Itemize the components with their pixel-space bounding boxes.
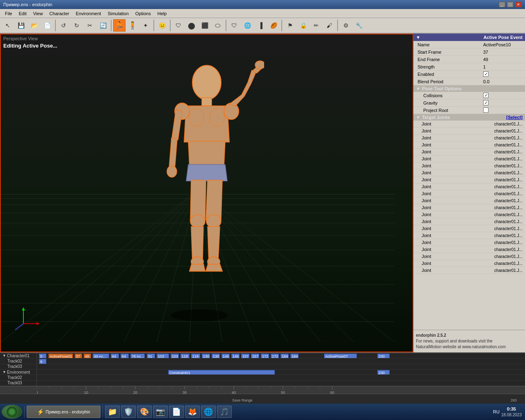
track-content-track02[interactable]: 9 — [37, 358, 525, 363]
tool-save[interactable]: 💾 — [15, 19, 27, 32]
joint-row-20[interactable]: Joint character01.J... — [413, 260, 525, 267]
block-constraint01[interactable]: Constraint01 — [168, 370, 275, 374]
tool-pose[interactable]: 🏃 — [113, 19, 126, 32]
block-9[interactable]: 9 — [39, 354, 46, 358]
tool-flag[interactable]: ⚑ — [284, 19, 296, 32]
block-103b[interactable]: 103 — [171, 354, 179, 358]
joint-row-15[interactable]: Joint character01.J... — [413, 225, 525, 232]
joint-row-11[interactable]: Joint character01.J... — [413, 197, 525, 204]
taskbar-app-firefox[interactable]: 🦊 — [185, 406, 200, 418]
tool-undo[interactable]: ↺ — [57, 19, 70, 32]
section-pose-tool[interactable]: ▼ Pose Tool Options — [413, 85, 525, 92]
block-145[interactable]: 145 — [221, 354, 230, 358]
taskbar-app-word[interactable]: 📄 — [169, 406, 184, 418]
maximize-button[interactable]: □ — [507, 2, 514, 7]
close-button[interactable]: ✕ — [515, 2, 522, 7]
block-230[interactable]: 230 — [377, 354, 390, 358]
collisions-checkbox[interactable]: ✓ — [483, 93, 488, 98]
joint-row-1[interactable]: Joint character01.J... — [413, 128, 525, 135]
tool-face[interactable]: 😐 — [156, 19, 168, 32]
menu-options[interactable]: Options — [132, 10, 154, 17]
track-content-track03[interactable] — [37, 364, 525, 369]
tool-arrow[interactable]: ↖ — [2, 19, 14, 32]
block-env-230[interactable]: 230 — [377, 370, 390, 374]
tool-sphere[interactable]: ⬤ — [185, 19, 198, 32]
menu-simulation[interactable]: Simulation — [104, 10, 132, 17]
tool-walk[interactable]: 🧍 — [126, 19, 139, 32]
block-172[interactable]: 172 — [261, 354, 269, 358]
tool-bar[interactable]: ▐ — [254, 19, 267, 32]
tool-globe[interactable]: 🌐 — [241, 19, 253, 32]
track-content-character01[interactable]: 9 ActivePose01 37 49 49 Ac... 64 64 76 A… — [37, 353, 525, 358]
joint-row-2[interactable]: Joint character01.J... — [413, 135, 525, 142]
block-activepose07[interactable]: ActivePose07 — [324, 354, 357, 358]
tool-open2[interactable]: 📄 — [41, 19, 53, 32]
joint-row-5[interactable]: Joint character01.J... — [413, 155, 525, 162]
block-130b[interactable]: 130 — [212, 354, 220, 358]
menu-character[interactable]: Character — [46, 10, 72, 17]
tool-paint[interactable]: 🖌 — [323, 19, 336, 32]
block-157b[interactable]: 157 — [251, 354, 259, 358]
block-64[interactable]: 64 — [111, 354, 119, 358]
section-target-joints[interactable]: ▼ Target Joints [Select] — [413, 114, 525, 121]
block-130[interactable]: 130 — [202, 354, 210, 358]
joint-row-21[interactable]: Joint character01.J... — [413, 267, 525, 274]
menu-file[interactable]: File — [2, 10, 16, 17]
block-157[interactable]: 157 — [241, 354, 249, 358]
tool-pencil[interactable]: ✏ — [310, 19, 322, 32]
joint-row-6[interactable]: Joint character01.J... — [413, 162, 525, 169]
taskbar-app-photo[interactable]: 📷 — [153, 406, 168, 418]
block-49[interactable]: 49 — [84, 354, 91, 358]
block-145b[interactable]: 145 — [231, 354, 240, 358]
block-184[interactable]: 184 — [281, 354, 289, 358]
block-64b[interactable]: 64 — [121, 354, 129, 358]
menu-environment[interactable]: Environment — [73, 10, 105, 17]
block-118b[interactable]: 118 — [191, 354, 200, 358]
tool-lock[interactable]: 🔒 — [297, 19, 309, 32]
tool-cylinder[interactable]: ⬛ — [199, 19, 211, 32]
tool-oval[interactable]: ⬭ — [212, 19, 224, 32]
taskbar-app-shield[interactable]: 🛡️ — [121, 406, 136, 418]
tool-figure[interactable]: ✦ — [139, 19, 152, 32]
viewport[interactable]: Perspective View Editing Active Pose... — [0, 34, 413, 352]
project-root-checkbox[interactable] — [483, 107, 488, 113]
joint-row-12[interactable]: Joint character01.J... — [413, 204, 525, 211]
block-172b[interactable]: 172 — [271, 354, 279, 358]
start-button[interactable] — [2, 405, 22, 419]
select-link[interactable]: [Select] — [506, 115, 523, 120]
joint-row-13[interactable]: Joint character01.J... — [413, 211, 525, 218]
block-76ac[interactable]: 76 Ac... — [130, 354, 145, 358]
joint-row-0[interactable]: Joint character01.J... — [413, 121, 525, 128]
tool-refresh[interactable]: 🔄 — [97, 19, 109, 32]
tool-rugby[interactable]: 🏉 — [267, 19, 280, 32]
taskbar-app-chrome[interactable]: 🌐 — [201, 406, 216, 418]
taskbar-app-explorer[interactable]: 📁 — [105, 406, 120, 418]
tool-cut[interactable]: ✂ — [84, 19, 96, 32]
block-91[interactable]: 91 — [147, 354, 155, 358]
tool-shield[interactable]: 🛡 — [172, 19, 185, 32]
joint-row-18[interactable]: Joint character01.J... — [413, 246, 525, 253]
joint-row-17[interactable]: Joint character01.J... — [413, 239, 525, 246]
taskbar-app-music[interactable]: 🎵 — [217, 406, 232, 418]
block-118[interactable]: 118 — [180, 354, 189, 358]
tool-misc2[interactable]: 🔧 — [353, 19, 365, 32]
taskbar-app-paint[interactable]: 🎨 — [137, 406, 152, 418]
block-t02-9[interactable]: 9 — [39, 359, 46, 363]
joint-row-7[interactable]: Joint character01.J... — [413, 169, 525, 176]
track-content-environment[interactable]: Constraint01 230 — [37, 370, 525, 374]
menu-view[interactable]: View — [30, 10, 46, 17]
tool-shield2[interactable]: 🛡 — [228, 19, 240, 32]
taskbar-endorphin[interactable]: ⚡ Пример.ens - endorphin — [27, 406, 100, 418]
right-panel-content[interactable]: Name ActivePose10 Start Frame 37 End Fra… — [413, 41, 525, 330]
block-103[interactable]: 103 — [157, 354, 169, 358]
joint-row-19[interactable]: Joint character01.J... — [413, 253, 525, 260]
joint-row-4[interactable]: Joint character01.J... — [413, 148, 525, 155]
track-content-env-track03[interactable] — [37, 381, 525, 386]
joint-row-10[interactable]: Joint character01.J... — [413, 190, 525, 197]
joint-row-3[interactable]: Joint character01.J... — [413, 142, 525, 148]
joint-row-16[interactable]: Joint character01.J... — [413, 232, 525, 239]
joint-row-8[interactable]: Joint character01.J... — [413, 176, 525, 183]
menu-edit[interactable]: Edit — [16, 10, 30, 17]
enabled-checkbox[interactable]: ✓ — [483, 71, 488, 77]
block-activepose01[interactable]: ActivePose01 — [48, 354, 73, 358]
